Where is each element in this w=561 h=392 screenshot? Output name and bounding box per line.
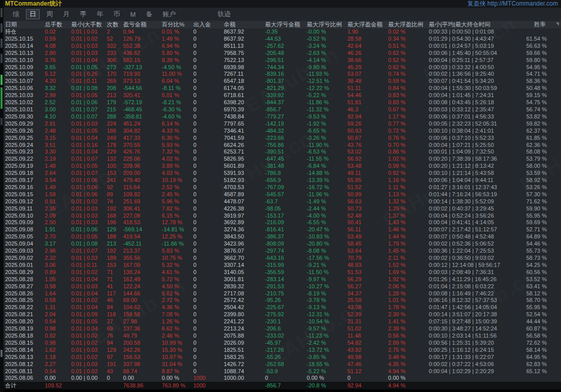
table-row[interactable]: 2025.10.093.650.01 | 0.05273-327.13-4.50… xyxy=(0,64,561,71)
table-row[interactable]: 2025.09.052.700.01 | 0.05188419.5412.25 … xyxy=(0,233,561,240)
column-header[interactable]: 最大浮盈比例 xyxy=(388,21,429,28)
column-header[interactable]: 出入金 xyxy=(193,21,224,28)
tab-M[interactable]: M xyxy=(127,10,139,19)
table-row[interactable]: 2025.09.262.480.01 | 0.05186304.824.33 %… xyxy=(0,128,561,135)
table-row[interactable]: 2025.09.092.500.01 | 0.03196418.5312.78 … xyxy=(0,219,561,226)
table-row[interactable]: 2025.08.110.540.01 | 0.024388.748.87 %01… xyxy=(0,368,561,375)
table-row[interactable]: 2025.09.243.510.01 | 0.16178370.555.93 %… xyxy=(0,142,561,149)
table-row[interactable]: 2025.08.200.540.01 | 0.052727.981.26 %02… xyxy=(0,318,561,325)
table-row[interactable]: 2025.09.013.060.01 | 0.11153167.095.32 %… xyxy=(0,262,561,269)
table-row[interactable]: 2025.08.290.890.01 | 0.0271138.244.61 %0… xyxy=(0,269,561,276)
tab-账户[interactable]: 账户 xyxy=(159,9,180,19)
column-header[interactable]: 最小|平均|最大持仓时间 xyxy=(429,21,523,28)
table-row[interactable]: 2025.10.013.000.01 | 0.07215-468.45-6.30… xyxy=(0,106,561,113)
table-row[interactable]: 2025.08.131.180.01 | 0.0297156.5310.97 %… xyxy=(0,354,561,361)
table-row[interactable]: 2025.09.081.910.01 | 0.06129-569.14-14.8… xyxy=(0,226,561,233)
tab-备[interactable]: 备 xyxy=(142,9,156,19)
cell: -53.9 xyxy=(265,368,307,375)
table-row[interactable]: 2025.10.103.760.01 | 0.04306582.158.39 %… xyxy=(0,57,561,64)
cell: 0 xyxy=(193,368,224,375)
table-row[interactable]: 2025.10.150.590.01 | 0.0252126.791.49 %0… xyxy=(0,36,561,43)
cell: -816.41 xyxy=(265,226,307,233)
cell: -95.26 xyxy=(265,297,307,304)
cell: 0 xyxy=(193,148,224,156)
cell: 158.58 xyxy=(123,311,162,318)
column-header[interactable]: 最大浮亏金额 xyxy=(265,21,307,28)
column-header[interactable]: 余额 xyxy=(224,21,265,28)
column-header[interactable]: 胜率 xyxy=(523,21,561,28)
table-row[interactable]: 2025.09.222.190.01 | 0.07132225.064.02 %… xyxy=(0,156,561,163)
tab-综[interactable]: 综 xyxy=(9,9,23,19)
table-header: 日期总手数最小|大手数次数盈亏金额百分比%出入金余额最大浮亏金额最大浮亏比例最大… xyxy=(0,21,561,28)
table-row[interactable]: 2025.09.161.490.01 | 0.0692115.642.52 %0… xyxy=(0,184,561,191)
cell: 129 xyxy=(107,347,123,354)
total-row[interactable]: 合计109.527638.86763.89 %1000-856.7-20.8 %… xyxy=(0,382,561,389)
column-header[interactable]: 总手数 xyxy=(45,21,71,28)
table-row[interactable]: 2025.09.173.540.01 | 0.06241479.4010.19 … xyxy=(0,177,561,184)
table-row[interactable]: 2025.08.150.980.01 | 0.0284200.5810.99 %… xyxy=(0,340,561,347)
table-row[interactable]: 2025.09.112.350.01 | 0.03192306.417.82 %… xyxy=(0,205,561,213)
cell: 178 xyxy=(107,142,123,149)
table-row[interactable]: 2025.10.132.800.01 | 0.03233436.625.80 %… xyxy=(0,50,561,57)
table-row[interactable]: 2025.09.120.910.01 | 0.0274251.695.96 %0… xyxy=(0,198,561,205)
table-row[interactable]: 2025.09.304.100.01 | 0.07288-358.81-4.60… xyxy=(0,113,561,120)
cell: 0.00 xyxy=(45,375,71,382)
column-header[interactable]: 百分比% xyxy=(162,21,193,28)
column-menu-arrow[interactable] xyxy=(556,22,559,26)
table-row[interactable]: 2025.10.144.080.01 | 0.03332552.386.94 %… xyxy=(0,43,561,50)
tab-日[interactable]: 日 xyxy=(26,9,40,19)
cell: 4.50 % xyxy=(162,283,193,290)
cell: 55.85 xyxy=(347,177,388,184)
table-row[interactable]: 2025.09.032.960.01 | 0.07192213.375.83 %… xyxy=(0,248,561,255)
cell: 2.27 xyxy=(45,361,71,368)
cell: 4703.53 xyxy=(224,184,265,191)
table-row[interactable]: 2025.09.151.590.01 | 0.0689109.822.45 %0… xyxy=(0,191,561,198)
table-row[interactable]: 2025.09.292.910.01 | 0.03224451.246.14 %… xyxy=(0,120,561,128)
table-row[interactable]: 2025.08.180.920.01 | 0.027649.792.46 %02… xyxy=(0,333,561,340)
table-row[interactable]: 2025.08.221.310.01 | 0.0484104.624.36 %0… xyxy=(0,304,561,311)
tab-周[interactable]: 周 xyxy=(43,9,56,19)
column-header[interactable]: 盈亏金额 xyxy=(123,21,162,28)
cell: 4.20 xyxy=(45,78,71,85)
table-row[interactable]: 2025.09.191.480.01 | 0.05100209.963.89 %… xyxy=(0,163,561,170)
table-row[interactable]: 2025.10.085.120.01 | 0.26170719.9311.00 … xyxy=(0,71,561,78)
table-row[interactable]: 2025.09.182.640.01 | 0.07153209.004.03 %… xyxy=(0,170,561,177)
tab-轨迹[interactable]: 轨迹 xyxy=(214,9,234,19)
table-row[interactable]: 2025.09.022.320.01 | 0.03189355.5610.75 … xyxy=(0,255,561,262)
table-row[interactable]: 2025.10.074.200.01 | 0.11269373.136.04 %… xyxy=(0,78,561,85)
table-row[interactable]: 2025.08.060.000.00 | 0.0000.000.00 %1000… xyxy=(0,375,561,382)
table-row[interactable]: 2025.08.212.040.01 | 0.09118158.587.08 %… xyxy=(0,311,561,318)
table-row[interactable]: 2025.10.063.320.01 | 0.08208-544.56-8.11… xyxy=(0,85,561,92)
table-row[interactable]: 2025.08.250.580.01 | 0.024668.002.72 %02… xyxy=(0,297,561,304)
table-row[interactable]: 2025.08.270.580.01 | 0.0341122.244.50 %0… xyxy=(0,283,561,290)
column-header[interactable]: 最大浮盈金额 xyxy=(347,21,388,28)
table-row[interactable]: 2025.08.141.620.01 | 0.03129242.2615.30 … xyxy=(0,347,561,354)
column-header[interactable]: 次数 xyxy=(107,21,123,28)
cell: 0:01:26 | 4:11:29 | 16:45:26 xyxy=(429,276,523,283)
cell: 0:00:06 | 0:37:01 | 4:56:33 xyxy=(429,113,523,120)
cell: 0 xyxy=(193,361,224,368)
table-row[interactable]: 2025.10.032.990.01 | 0.05213320.415.01 %… xyxy=(0,92,561,99)
column-header[interactable]: 最大浮亏比例 xyxy=(307,21,347,28)
table-row[interactable]: 2025.09.253.150.01 | 0.04249417.336.30 %… xyxy=(0,135,561,142)
tab-年[interactable]: 年 xyxy=(93,9,107,19)
table-row[interactable]: 2025.08.281.050.01 | 0.0471162.495.72 %0… xyxy=(0,276,561,283)
table-row[interactable]: 2025.08.261.640.01 | 0.04117144.665.62 %… xyxy=(0,290,561,297)
table-row[interactable]: 2025.09.102.090.01 | 0.03168227.086.15 %… xyxy=(0,213,561,220)
column-header[interactable]: 最小|大手数 xyxy=(71,21,107,28)
table-row[interactable]: 持仓0.020.01 | 0.0120.940.01 %08637.92-0.3… xyxy=(0,28,561,36)
cell: 1426.72 xyxy=(224,361,265,368)
table-row[interactable]: 2025.08.190.980.01 | 0.0469137.366.62 %0… xyxy=(0,325,561,333)
table-row[interactable]: 2025.08.122.270.01 | 0.03191337.9831.04 … xyxy=(0,361,561,368)
column-header[interactable]: 日期 xyxy=(5,21,45,28)
cell: 451.24 xyxy=(123,120,162,128)
tab-季[interactable]: 季 xyxy=(76,9,90,19)
table-row[interactable]: 2025.09.233.300.01 | 0.04229426.767.32 %… xyxy=(0,148,561,156)
cell: 0 xyxy=(193,226,224,233)
tab-月[interactable]: 月 xyxy=(60,9,73,19)
vendor-link[interactable]: 复盈侠 http://MTCommander.com xyxy=(467,0,558,8)
table-row[interactable]: 2025.09.043.170.01 | 0.08213-452.11-11.6… xyxy=(0,240,561,248)
table-row[interactable]: 2025.10.022.520.01 | 0.06179-572.19-8.21… xyxy=(0,99,561,106)
tab-币[interactable]: 币 xyxy=(110,9,124,19)
cell: 2213.24 xyxy=(224,325,265,333)
